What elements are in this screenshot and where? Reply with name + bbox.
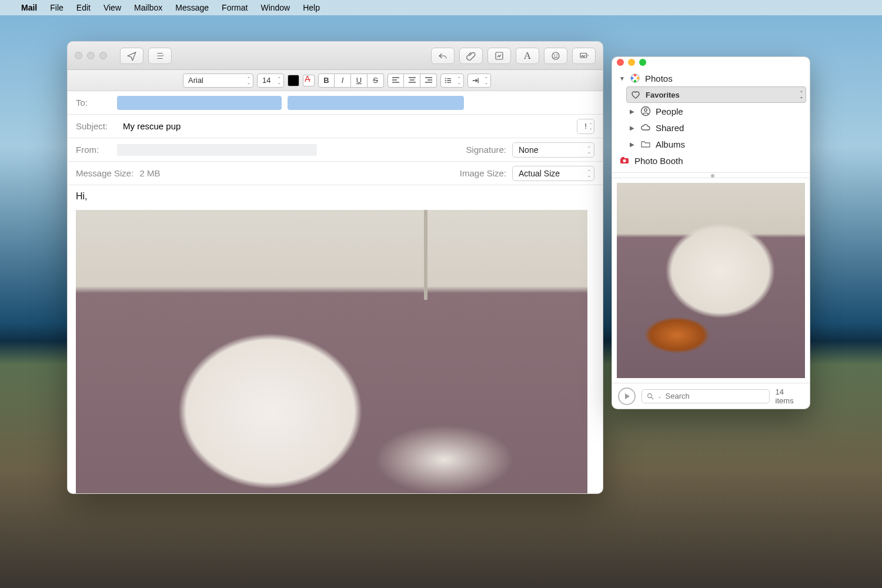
slideshow-button[interactable] [618, 387, 636, 405]
list-style-select[interactable] [440, 74, 464, 88]
thumbnail-image[interactable] [617, 183, 805, 378]
indent-select[interactable] [467, 74, 491, 88]
menu-window[interactable]: Window [260, 3, 290, 12]
attach-button[interactable] [459, 48, 483, 64]
align-left-button[interactable] [387, 74, 404, 88]
italic-button[interactable]: I [335, 74, 351, 88]
text-color-swatch[interactable] [288, 75, 299, 86]
from-account[interactable] [117, 144, 317, 156]
split-handle[interactable] [612, 172, 810, 178]
svg-point-2 [554, 55, 554, 55]
bulleted-list-icon [445, 76, 452, 85]
recipient-token[interactable] [117, 96, 282, 110]
panel-window-controls [617, 59, 646, 66]
send-button[interactable] [120, 48, 143, 64]
message-body[interactable]: Hi, [68, 185, 603, 493]
letter-a-icon: A [524, 50, 531, 62]
menu-file[interactable]: File [50, 3, 64, 12]
priority-select[interactable]: ! [577, 119, 594, 134]
font-size-select[interactable]: 14 [257, 74, 284, 88]
menu-mailbox[interactable]: Mailbox [134, 3, 162, 12]
minimize-dot[interactable] [87, 52, 95, 59]
source-favorites[interactable]: Favorites [626, 86, 806, 103]
search-input[interactable] [666, 392, 764, 400]
menu-edit[interactable]: Edit [76, 3, 91, 12]
menu-message[interactable]: Message [175, 3, 209, 12]
strike-a-icon: A̶ [305, 74, 310, 83]
emoji-icon [550, 51, 561, 61]
format-button[interactable]: A [516, 48, 539, 64]
align-right-button[interactable] [420, 74, 437, 88]
indent-icon [472, 76, 479, 85]
disclosure-right-icon: ▶ [630, 141, 636, 148]
strike-button[interactable]: S [368, 74, 384, 88]
svg-rect-16 [622, 157, 624, 159]
close-dot[interactable] [617, 59, 624, 66]
subject-row: Subject: ! [68, 115, 603, 138]
underline-button[interactable]: U [351, 74, 368, 88]
disclosure-right-icon: ▶ [630, 108, 636, 115]
zoom-dot[interactable] [639, 59, 646, 66]
source-shared[interactable]: ▶ Shared [626, 119, 806, 136]
magnifier-icon [647, 393, 654, 400]
mail-compose-window: A Arial 14 A̶ B I U S [67, 41, 603, 494]
align-center-icon [408, 76, 416, 85]
photo-browser-button[interactable] [572, 48, 596, 64]
svg-point-11 [634, 80, 636, 82]
font-family-select[interactable]: Arial [183, 74, 253, 88]
svg-point-17 [623, 159, 626, 162]
play-icon [623, 393, 630, 400]
markup-button[interactable] [487, 48, 511, 64]
svg-point-3 [557, 55, 557, 55]
signature-select[interactable]: None [512, 142, 594, 158]
minimize-dot[interactable] [628, 59, 635, 66]
align-group [387, 74, 437, 88]
disclosure-right-icon: ▶ [630, 125, 636, 131]
person-circle-icon [640, 106, 651, 116]
source-photo-booth-label: Photo Booth [634, 156, 683, 166]
close-dot[interactable] [75, 52, 82, 59]
menu-format[interactable]: Format [222, 3, 248, 12]
align-right-icon [425, 76, 433, 85]
source-photos[interactable]: ▼ Photos [616, 70, 806, 86]
to-row[interactable]: To: [68, 91, 603, 115]
to-label: To: [76, 98, 111, 108]
svg-point-14 [644, 109, 647, 112]
menu-help[interactable]: Help [303, 3, 320, 12]
panel-titlebar [612, 57, 810, 68]
photo-booth-icon [619, 155, 630, 166]
remove-color-swatch[interactable]: A̶ [303, 75, 315, 86]
svg-point-1 [552, 52, 559, 59]
source-shared-label: Shared [656, 123, 684, 133]
embedded-image[interactable] [76, 210, 587, 493]
signature-label: Signature: [466, 145, 506, 155]
cloud-icon [640, 122, 651, 133]
source-people[interactable]: ▶ People [626, 103, 806, 119]
menu-view[interactable]: View [103, 3, 121, 12]
align-center-button[interactable] [404, 74, 420, 88]
svg-point-12 [631, 77, 633, 79]
app-menu[interactable]: Mail [21, 3, 37, 12]
panel-footer: ⌄ 14 items [612, 383, 810, 409]
source-favorites-label: Favorites [646, 91, 680, 99]
reply-button[interactable] [431, 48, 455, 64]
disclosure-down-icon: ▼ [619, 75, 625, 82]
align-left-icon [392, 76, 400, 85]
message-size-value: 2 MB [139, 168, 160, 178]
source-photo-booth[interactable]: Photo Booth [616, 152, 806, 169]
source-people-label: People [656, 106, 683, 116]
emoji-button[interactable] [544, 48, 567, 64]
svg-point-9 [634, 74, 636, 76]
image-size-select[interactable]: Actual Size [512, 166, 594, 181]
source-albums[interactable]: ▶ Albums [626, 136, 806, 152]
image-stepper-icon [579, 51, 589, 61]
bold-button[interactable]: B [318, 74, 335, 88]
photo-browser-panel: ▼ Photos Favorites ▶ People ▶ Shared [612, 56, 810, 409]
recipient-token[interactable] [288, 96, 464, 110]
menu-bar: Mail File Edit View Mailbox Message Form… [0, 0, 882, 15]
search-field[interactable]: ⌄ [642, 389, 770, 403]
zoom-dot[interactable] [99, 52, 107, 59]
subject-input[interactable] [123, 121, 571, 131]
folder-icon [640, 139, 651, 149]
header-fields-button[interactable] [148, 48, 172, 64]
